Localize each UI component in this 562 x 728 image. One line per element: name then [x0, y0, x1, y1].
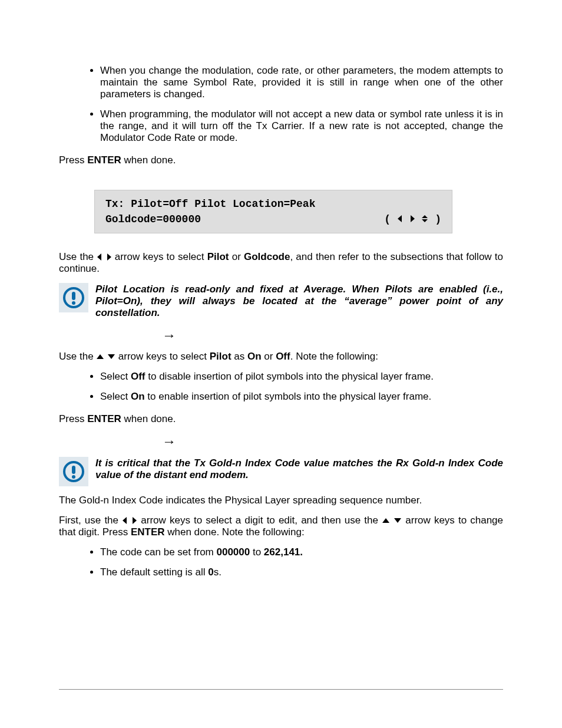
goldcode-label: Goldcode: [244, 251, 290, 262]
left-arrow-icon: [397, 215, 403, 223]
svg-marker-9: [97, 354, 104, 359]
svg-marker-5: [107, 253, 111, 261]
text: Select: [100, 371, 131, 382]
text: The code can be set from: [100, 546, 217, 558]
press-enter-line: Press ENTER when done.: [59, 154, 503, 166]
enter-key: ENTER: [87, 413, 121, 424]
svg-point-13: [72, 475, 75, 479]
lr-arrow-icons: [122, 515, 137, 526]
press-enter-line: Press ENTER when done.: [59, 413, 503, 425]
svg-marker-1: [411, 215, 415, 222]
alert-icon: [59, 457, 88, 486]
on-label: On: [247, 351, 262, 362]
text: or: [229, 251, 244, 262]
left-arrow-icon: [97, 253, 103, 261]
up-arrow-icon: [96, 353, 104, 361]
text: arrow keys to select: [112, 251, 207, 262]
text: Press: [59, 413, 87, 424]
ud-arrow-icons: [96, 351, 115, 362]
lcd-line-2: Goldcode=000000 ( ): [105, 212, 441, 227]
svg-marker-15: [133, 517, 137, 524]
list-item: When programming, the modulator will not…: [100, 108, 503, 144]
up-arrow-icon: [382, 516, 390, 525]
lcd-line-1: Tx: Pilot=Off Pilot Location=Peak: [105, 196, 441, 212]
list-item: When you change the modulation, code rat…: [100, 65, 503, 100]
text: to: [250, 546, 264, 558]
off-label: Off: [131, 371, 146, 382]
gold-desc: The Gold-n Index Code indicates the Phys…: [59, 495, 503, 506]
text: arrow keys to select: [115, 351, 210, 362]
svg-marker-10: [108, 354, 115, 359]
text: The default setting is all: [100, 566, 208, 578]
document-page: When you change the modulation, code rat…: [0, 0, 562, 719]
left-arrow-icon: [122, 516, 128, 525]
right-arrow-icon: [131, 516, 137, 525]
use-lr-arrows-text: Use the arrow keys to select Pilot or Go…: [59, 251, 503, 275]
pilot-label: Pilot: [207, 251, 229, 262]
text: First, use the: [59, 515, 122, 526]
updown-arrow-icon: [421, 215, 428, 223]
range-min: 000000: [217, 546, 250, 558]
text: to disable insertion of pilot symbols in…: [146, 371, 434, 382]
svg-rect-12: [72, 466, 75, 474]
right-arrow-divider: →: [162, 433, 503, 450]
lr-arrow-icons: [97, 251, 111, 262]
svg-marker-2: [422, 215, 428, 218]
svg-marker-16: [382, 518, 389, 523]
use-ud-arrows-text: Use the arrow keys to select Pilot as On…: [59, 351, 503, 363]
right-arrow-divider: →: [162, 327, 503, 344]
list-item: The code can be set from 000000 to 262,1…: [100, 546, 503, 558]
text: or: [262, 351, 276, 362]
down-arrow-icon: [107, 353, 115, 361]
svg-rect-7: [72, 292, 75, 300]
text: Select: [100, 391, 131, 402]
text: when done.: [121, 413, 176, 424]
list-item: Select Off to disable insertion of pilot…: [100, 371, 503, 383]
text: arrow keys to select a digit to edit, an…: [137, 515, 382, 526]
on-label: On: [131, 391, 145, 402]
text: when done.: [121, 154, 176, 166]
paren-close: ): [435, 213, 441, 225]
svg-marker-17: [394, 518, 401, 523]
gold-range-list: The code can be set from 000000 to 262,1…: [59, 546, 503, 578]
svg-marker-0: [398, 215, 402, 222]
right-arrow-icon: [409, 215, 415, 223]
text: s.: [214, 566, 222, 578]
list-item: The default setting is all 0s.: [100, 566, 503, 578]
list-item: Select On to enable insertion of pilot s…: [100, 391, 503, 403]
svg-marker-14: [123, 517, 127, 524]
default-digit: 0: [208, 566, 213, 578]
goldcode-value: Goldcode=000000: [105, 212, 201, 227]
lcd-display-box: Tx: Pilot=Off Pilot Location=Peak Goldco…: [94, 190, 452, 233]
paren-open: (: [384, 213, 391, 225]
text: Press: [59, 154, 87, 166]
alert-icon: [59, 283, 88, 312]
text: . Note the following:: [290, 351, 378, 362]
note-callout: Pilot Location is read-only and fixed at…: [59, 283, 503, 319]
text: to enable insertion of pilot symbols int…: [145, 391, 432, 402]
note-text: It is critical that the Tx Gold-n Index …: [95, 457, 503, 481]
text: Use the: [59, 251, 97, 262]
pilot-options-list: Select Off to disable insertion of pilot…: [59, 371, 503, 403]
text: as: [232, 351, 247, 362]
note-callout: It is critical that the Tx Gold-n Index …: [59, 457, 503, 486]
pilot-label: Pilot: [210, 351, 232, 362]
text: when done. Note the following:: [165, 526, 305, 538]
footer-rule: [59, 689, 503, 690]
svg-marker-4: [97, 253, 101, 261]
down-arrow-icon: [394, 516, 402, 525]
text: Use the: [59, 351, 96, 362]
off-label: Off: [276, 351, 290, 362]
right-arrow-icon: [106, 253, 112, 261]
svg-point-8: [72, 301, 75, 305]
top-bullet-list: When you change the modulation, code rat…: [59, 65, 503, 144]
enter-key: ENTER: [131, 526, 165, 538]
ud-arrow-icons: [382, 515, 402, 526]
enter-key: ENTER: [87, 154, 121, 166]
gold-edit-instructions: First, use the arrow keys to select a di…: [59, 515, 503, 538]
nav-arrows-hint: ( ): [384, 212, 441, 227]
svg-marker-3: [422, 219, 428, 222]
note-text: Pilot Location is read-only and fixed at…: [95, 283, 503, 319]
range-max: 262,141.: [264, 546, 303, 558]
